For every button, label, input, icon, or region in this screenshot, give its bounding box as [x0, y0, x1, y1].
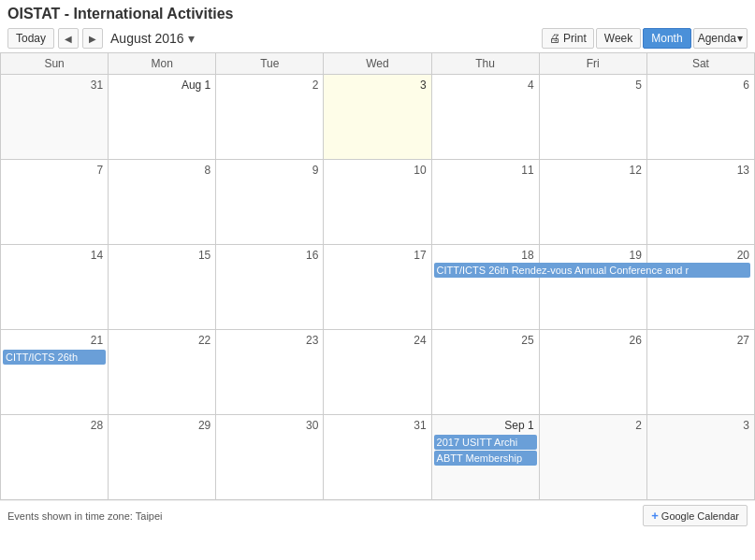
day-number: 25	[434, 332, 537, 349]
day-number: Sep 1	[434, 417, 537, 434]
cal-cell[interactable]: 27	[647, 330, 755, 414]
calendar-header-row: SunMonTueWedThuFriSat	[1, 53, 755, 75]
app: OISTAT - International Activities Today …	[0, 0, 755, 560]
print-button[interactable]: 🖨 Print	[542, 28, 594, 49]
day-number: 10	[326, 162, 428, 179]
cal-cell[interactable]: 29	[109, 415, 216, 499]
cal-cell[interactable]: 22	[109, 330, 216, 414]
day-number: 22	[110, 332, 213, 349]
day-header-sat: Sat	[647, 53, 755, 74]
cal-cell[interactable]: 5	[540, 75, 647, 159]
cal-cell[interactable]: 7	[1, 160, 109, 244]
day-header-mon: Mon	[109, 53, 216, 74]
day-header-wed: Wed	[324, 53, 431, 74]
day-number: 2	[542, 417, 645, 434]
day-number: 24	[326, 332, 428, 349]
cal-cell[interactable]: 16	[216, 245, 324, 329]
event-container: CITT/ICTS 26th Rendez-vous Annual Confer…	[432, 262, 752, 279]
cal-cell[interactable]: 15	[109, 245, 216, 329]
day-number: Aug 1	[110, 77, 213, 93]
week-view-button[interactable]: Week	[596, 28, 641, 49]
cal-cell[interactable]: 13	[647, 160, 755, 244]
cal-cell[interactable]: 11	[432, 160, 540, 244]
google-plus-icon: +	[651, 509, 659, 523]
day-number: 23	[218, 332, 321, 349]
printer-icon: 🖨	[549, 32, 560, 45]
day-number: 4	[434, 77, 537, 93]
day-number: 14	[3, 247, 106, 264]
cal-cell[interactable]: 6	[647, 75, 755, 159]
calendar: SunMonTueWedThuFriSat 31Aug 123456789101…	[0, 52, 755, 500]
cal-cell[interactable]: 23	[216, 330, 324, 414]
cal-cell[interactable]: 9	[216, 160, 324, 244]
cal-cell[interactable]: 18CITT/ICTS 26th Rendez-vous Annual Conf…	[432, 245, 540, 329]
cal-week-3: 21CITT/ICTS 26th222324252627	[1, 330, 755, 415]
cal-cell[interactable]: 20	[647, 245, 755, 329]
cal-cell[interactable]: 2	[540, 415, 647, 499]
day-number: 17	[326, 247, 428, 264]
cal-week-4: 28293031Sep 12017 USITT ArchiABTT Member…	[1, 415, 755, 500]
cal-cell[interactable]: 17	[324, 245, 431, 329]
day-number: 11	[434, 162, 537, 179]
calendar-event[interactable]: 2017 USITT Archi	[434, 435, 537, 450]
cal-cell[interactable]: 21CITT/ICTS 26th	[1, 330, 109, 414]
day-number: 15	[110, 247, 213, 264]
day-number: 7	[3, 162, 106, 179]
cal-cell[interactable]: Aug 1	[109, 75, 216, 159]
day-number: 12	[542, 162, 645, 179]
day-number: 31	[3, 77, 106, 93]
day-number: 3	[326, 77, 428, 93]
month-view-button[interactable]: Month	[643, 28, 690, 49]
toolbar: Today ◀ ▶ August 2016 ▾ 🖨 Print Week Mon…	[7, 28, 748, 49]
day-number: 6	[649, 77, 752, 93]
cal-cell[interactable]: 8	[109, 160, 216, 244]
agenda-view-button[interactable]: Agenda ▾	[693, 28, 748, 49]
cal-cell[interactable]: 3	[647, 415, 755, 499]
day-number: 21	[3, 332, 106, 349]
day-number: 16	[218, 247, 321, 264]
day-number: 31	[326, 417, 428, 434]
cal-cell[interactable]: 26	[540, 330, 647, 414]
cal-cell[interactable]: 2	[216, 75, 324, 159]
cal-cell[interactable]: Sep 12017 USITT ArchiABTT Membership	[432, 415, 540, 499]
toolbar-right: 🖨 Print Week Month Agenda ▾	[542, 28, 748, 49]
cal-cell[interactable]: 3	[324, 75, 431, 159]
cal-cell[interactable]: 24	[324, 330, 431, 414]
cal-cell[interactable]: 30	[216, 415, 324, 499]
cal-cell[interactable]: 4	[432, 75, 540, 159]
agenda-dropdown-icon: ▾	[737, 32, 743, 45]
calendar-weeks: 31Aug 123456789101112131415161718CITT/IC…	[1, 75, 755, 500]
cal-cell[interactable]: 28	[1, 415, 109, 499]
timezone-label: Events shown in time zone: Taipei	[7, 510, 163, 522]
calendar-event[interactable]: ABTT Membership	[434, 451, 537, 466]
day-number: 27	[649, 332, 752, 349]
day-header-tue: Tue	[216, 53, 324, 74]
cal-cell[interactable]: 31	[324, 415, 431, 499]
cal-cell[interactable]: 31	[1, 75, 109, 159]
page-title: OISTAT - International Activities	[7, 6, 748, 22]
day-number: 30	[218, 417, 321, 434]
dropdown-icon[interactable]: ▾	[188, 31, 195, 46]
calendar-event-citt[interactable]: CITT/ICTS 26th Rendez-vous Annual Confer…	[434, 263, 750, 278]
day-number: 3	[649, 417, 752, 434]
day-number: 5	[542, 77, 645, 93]
cal-cell[interactable]: 19	[540, 245, 647, 329]
today-button[interactable]: Today	[7, 28, 54, 49]
day-number: 26	[542, 332, 645, 349]
cal-week-2: 1415161718CITT/ICTS 26th Rendez-vous Ann…	[1, 245, 755, 330]
next-nav-button[interactable]: ▶	[82, 28, 103, 49]
header: OISTAT - International Activities Today …	[0, 0, 755, 52]
cal-cell[interactable]: 10	[324, 160, 431, 244]
day-number: 8	[110, 162, 213, 179]
day-number: 13	[649, 162, 752, 179]
prev-nav-button[interactable]: ◀	[58, 28, 79, 49]
day-header-thu: Thu	[432, 53, 540, 74]
google-calendar-button[interactable]: + Google Calendar	[643, 505, 748, 526]
cal-cell[interactable]: 12	[540, 160, 647, 244]
day-number: 28	[3, 417, 106, 434]
month-year-label: August 2016 ▾	[110, 31, 195, 46]
cal-cell[interactable]: 25	[432, 330, 540, 414]
cal-cell[interactable]: 14	[1, 245, 109, 329]
calendar-event[interactable]: CITT/ICTS 26th	[3, 350, 106, 365]
cal-week-1: 78910111213	[1, 160, 755, 245]
